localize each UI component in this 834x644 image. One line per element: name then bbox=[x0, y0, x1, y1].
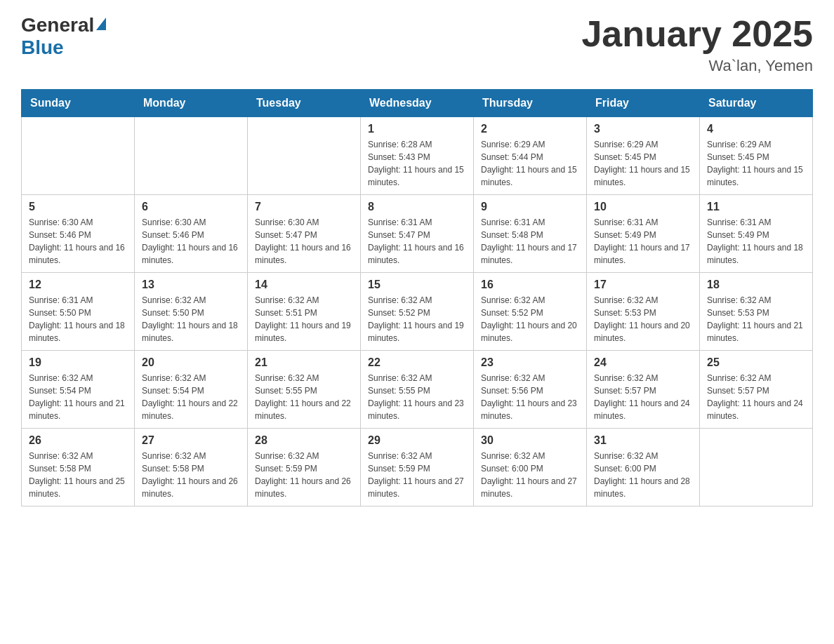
calendar-cell: 27Sunrise: 6:32 AMSunset: 5:58 PMDayligh… bbox=[135, 429, 248, 507]
calendar-cell: 19Sunrise: 6:32 AMSunset: 5:54 PMDayligh… bbox=[22, 351, 135, 429]
day-info: Sunrise: 6:32 AMSunset: 5:53 PMDaylight:… bbox=[594, 294, 692, 344]
calendar-week-row: 12Sunrise: 6:31 AMSunset: 5:50 PMDayligh… bbox=[22, 273, 813, 351]
day-number: 28 bbox=[255, 434, 353, 447]
day-info: Sunrise: 6:32 AMSunset: 5:55 PMDaylight:… bbox=[255, 372, 353, 422]
day-number: 2 bbox=[481, 123, 579, 135]
logo: General Blue bbox=[21, 14, 106, 59]
calendar-cell: 26Sunrise: 6:32 AMSunset: 5:58 PMDayligh… bbox=[22, 429, 135, 507]
day-number: 3 bbox=[594, 123, 692, 135]
day-info: Sunrise: 6:31 AMSunset: 5:49 PMDaylight:… bbox=[594, 216, 692, 267]
day-info: Sunrise: 6:32 AMSunset: 5:58 PMDaylight:… bbox=[29, 450, 127, 500]
calendar-cell bbox=[700, 429, 813, 507]
day-number: 13 bbox=[142, 279, 240, 291]
calendar-week-row: 5Sunrise: 6:30 AMSunset: 5:46 PMDaylight… bbox=[22, 195, 813, 273]
day-number: 5 bbox=[29, 201, 127, 213]
day-info: Sunrise: 6:32 AMSunset: 5:53 PMDaylight:… bbox=[707, 294, 805, 344]
calendar-cell: 6Sunrise: 6:30 AMSunset: 5:46 PMDaylight… bbox=[135, 195, 248, 273]
calendar-cell bbox=[22, 117, 135, 195]
day-number: 30 bbox=[481, 434, 579, 447]
day-info: Sunrise: 6:28 AMSunset: 5:43 PMDaylight:… bbox=[368, 138, 466, 189]
day-number: 1 bbox=[368, 123, 466, 135]
day-of-week-header: Friday bbox=[587, 90, 700, 117]
day-of-week-header: Saturday bbox=[700, 90, 813, 117]
calendar-cell: 29Sunrise: 6:32 AMSunset: 5:59 PMDayligh… bbox=[361, 429, 474, 507]
day-info: Sunrise: 6:31 AMSunset: 5:49 PMDaylight:… bbox=[707, 216, 805, 267]
day-info: Sunrise: 6:31 AMSunset: 5:50 PMDaylight:… bbox=[29, 294, 127, 344]
day-number: 29 bbox=[368, 434, 466, 447]
calendar-cell: 10Sunrise: 6:31 AMSunset: 5:49 PMDayligh… bbox=[587, 195, 700, 273]
calendar-cell: 9Sunrise: 6:31 AMSunset: 5:48 PMDaylight… bbox=[474, 195, 587, 273]
day-number: 7 bbox=[255, 201, 353, 213]
page-header: General Blue January 2025 Wa`lan, Yemen bbox=[21, 14, 813, 75]
day-info: Sunrise: 6:32 AMSunset: 5:58 PMDaylight:… bbox=[142, 450, 240, 500]
calendar-cell: 30Sunrise: 6:32 AMSunset: 6:00 PMDayligh… bbox=[474, 429, 587, 507]
day-info: Sunrise: 6:32 AMSunset: 5:52 PMDaylight:… bbox=[481, 294, 579, 344]
day-info: Sunrise: 6:32 AMSunset: 5:54 PMDaylight:… bbox=[29, 372, 127, 422]
calendar-cell: 1Sunrise: 6:28 AMSunset: 5:43 PMDaylight… bbox=[361, 117, 474, 195]
day-info: Sunrise: 6:32 AMSunset: 5:50 PMDaylight:… bbox=[142, 294, 240, 344]
calendar-week-row: 19Sunrise: 6:32 AMSunset: 5:54 PMDayligh… bbox=[22, 351, 813, 429]
calendar-cell: 31Sunrise: 6:32 AMSunset: 6:00 PMDayligh… bbox=[587, 429, 700, 507]
calendar-cell: 17Sunrise: 6:32 AMSunset: 5:53 PMDayligh… bbox=[587, 273, 700, 351]
day-info: Sunrise: 6:32 AMSunset: 5:59 PMDaylight:… bbox=[368, 450, 466, 500]
calendar-cell bbox=[248, 117, 361, 195]
day-info: Sunrise: 6:31 AMSunset: 5:48 PMDaylight:… bbox=[481, 216, 579, 267]
month-title: January 2025 bbox=[581, 14, 813, 54]
calendar-cell bbox=[135, 117, 248, 195]
day-number: 18 bbox=[707, 279, 805, 291]
calendar-cell: 14Sunrise: 6:32 AMSunset: 5:51 PMDayligh… bbox=[248, 273, 361, 351]
calendar-cell: 25Sunrise: 6:32 AMSunset: 5:57 PMDayligh… bbox=[700, 351, 813, 429]
calendar-week-row: 1Sunrise: 6:28 AMSunset: 5:43 PMDaylight… bbox=[22, 117, 813, 195]
day-info: Sunrise: 6:32 AMSunset: 5:56 PMDaylight:… bbox=[481, 372, 579, 422]
day-info: Sunrise: 6:29 AMSunset: 5:44 PMDaylight:… bbox=[481, 138, 579, 189]
day-info: Sunrise: 6:30 AMSunset: 5:47 PMDaylight:… bbox=[255, 216, 353, 267]
day-info: Sunrise: 6:29 AMSunset: 5:45 PMDaylight:… bbox=[594, 138, 692, 189]
day-number: 9 bbox=[481, 201, 579, 213]
day-info: Sunrise: 6:30 AMSunset: 5:46 PMDaylight:… bbox=[142, 216, 240, 267]
day-number: 21 bbox=[255, 356, 353, 369]
calendar-cell: 5Sunrise: 6:30 AMSunset: 5:46 PMDaylight… bbox=[22, 195, 135, 273]
calendar-cell: 8Sunrise: 6:31 AMSunset: 5:47 PMDaylight… bbox=[361, 195, 474, 273]
day-number: 17 bbox=[594, 279, 692, 291]
day-number: 8 bbox=[368, 201, 466, 213]
calendar-cell: 24Sunrise: 6:32 AMSunset: 5:57 PMDayligh… bbox=[587, 351, 700, 429]
day-number: 10 bbox=[594, 201, 692, 213]
day-number: 27 bbox=[142, 434, 240, 447]
calendar-table: SundayMondayTuesdayWednesdayThursdayFrid… bbox=[21, 89, 813, 507]
calendar-cell: 16Sunrise: 6:32 AMSunset: 5:52 PMDayligh… bbox=[474, 273, 587, 351]
day-number: 12 bbox=[29, 279, 127, 291]
logo-general-text: General bbox=[21, 14, 94, 36]
day-of-week-header: Wednesday bbox=[361, 90, 474, 117]
location-title: Wa`lan, Yemen bbox=[581, 57, 813, 75]
calendar-week-row: 26Sunrise: 6:32 AMSunset: 5:58 PMDayligh… bbox=[22, 429, 813, 507]
day-info: Sunrise: 6:32 AMSunset: 5:54 PMDaylight:… bbox=[142, 372, 240, 422]
calendar-cell: 22Sunrise: 6:32 AMSunset: 5:55 PMDayligh… bbox=[361, 351, 474, 429]
calendar-cell: 20Sunrise: 6:32 AMSunset: 5:54 PMDayligh… bbox=[135, 351, 248, 429]
day-number: 6 bbox=[142, 201, 240, 213]
calendar-cell: 7Sunrise: 6:30 AMSunset: 5:47 PMDaylight… bbox=[248, 195, 361, 273]
day-number: 26 bbox=[29, 434, 127, 447]
calendar-cell: 18Sunrise: 6:32 AMSunset: 5:53 PMDayligh… bbox=[700, 273, 813, 351]
day-info: Sunrise: 6:32 AMSunset: 6:00 PMDaylight:… bbox=[594, 450, 692, 500]
calendar-cell: 3Sunrise: 6:29 AMSunset: 5:45 PMDaylight… bbox=[587, 117, 700, 195]
calendar-cell: 2Sunrise: 6:29 AMSunset: 5:44 PMDaylight… bbox=[474, 117, 587, 195]
day-info: Sunrise: 6:32 AMSunset: 5:59 PMDaylight:… bbox=[255, 450, 353, 500]
day-number: 24 bbox=[594, 356, 692, 369]
day-info: Sunrise: 6:32 AMSunset: 5:51 PMDaylight:… bbox=[255, 294, 353, 344]
calendar-cell: 13Sunrise: 6:32 AMSunset: 5:50 PMDayligh… bbox=[135, 273, 248, 351]
logo-triangle-icon bbox=[96, 18, 106, 30]
day-info: Sunrise: 6:32 AMSunset: 6:00 PMDaylight:… bbox=[481, 450, 579, 500]
day-info: Sunrise: 6:29 AMSunset: 5:45 PMDaylight:… bbox=[707, 138, 805, 189]
day-of-week-header: Sunday bbox=[22, 90, 135, 117]
day-number: 20 bbox=[142, 356, 240, 369]
day-number: 19 bbox=[29, 356, 127, 369]
calendar-cell: 15Sunrise: 6:32 AMSunset: 5:52 PMDayligh… bbox=[361, 273, 474, 351]
day-number: 31 bbox=[594, 434, 692, 447]
day-number: 25 bbox=[707, 356, 805, 369]
day-of-week-header: Thursday bbox=[474, 90, 587, 117]
logo-blue-text: Blue bbox=[21, 36, 64, 58]
title-block: January 2025 Wa`lan, Yemen bbox=[581, 14, 813, 75]
day-info: Sunrise: 6:31 AMSunset: 5:47 PMDaylight:… bbox=[368, 216, 466, 267]
day-of-week-header: Tuesday bbox=[248, 90, 361, 117]
day-of-week-header: Monday bbox=[135, 90, 248, 117]
